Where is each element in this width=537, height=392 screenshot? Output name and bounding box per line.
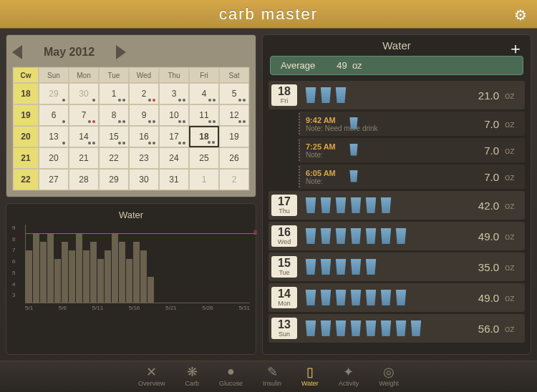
entry-amount: 7.0 (468, 171, 499, 183)
day-badge: 15Tue (271, 256, 297, 278)
tab-water[interactable]: ▯Water (301, 364, 319, 392)
calendar-day-cell[interactable]: 12 (219, 104, 249, 126)
entry-row[interactable]: 6:05 AMNote: 7.0oz (299, 165, 525, 189)
tab-carb[interactable]: ❋Carb (185, 364, 199, 392)
chart-bar (33, 233, 39, 303)
calendar-day-cell[interactable]: 2 (219, 169, 249, 190)
calendar-day-cell[interactable]: 4 (189, 83, 219, 104)
day-unit: oz (505, 90, 519, 101)
day-amount: 49.0 (468, 292, 499, 304)
next-month-button[interactable] (116, 45, 250, 59)
calendar-day-cell[interactable]: 29 (39, 83, 69, 104)
entries-list[interactable]: 18Fri21.0oz9:42 AMNote: Need more drink7… (263, 81, 531, 354)
calendar-day-cell[interactable]: 22 (99, 147, 129, 169)
calendar-day-cell[interactable]: 26 (219, 147, 249, 169)
tab-glucose[interactable]: ●Glucose (219, 364, 243, 392)
app-header: carb master ⚙ (0, 0, 537, 29)
calendar-day-cell[interactable]: 24 (159, 147, 189, 169)
calendar-day-cell[interactable]: 23 (129, 147, 159, 169)
calendar-day-cell[interactable]: 28 (69, 169, 99, 190)
chart-x-tick: 5/1 (25, 305, 33, 311)
day-amount: 21.0 (468, 89, 499, 102)
calendar-day-cell[interactable]: 1 (99, 83, 129, 104)
day-row[interactable]: 13Sun56.0oz (268, 314, 525, 343)
calendar-day-cell[interactable]: 29 (99, 169, 129, 190)
chart-goal-line (26, 233, 256, 234)
panel-title: Water (382, 39, 410, 52)
cup-icon (364, 228, 377, 244)
calendar-week-number: 22 (13, 169, 39, 190)
add-entry-button[interactable]: ＋ (508, 38, 523, 59)
calendar-day-cell[interactable]: 15 (99, 126, 129, 147)
cup-icon (319, 228, 332, 244)
calendar-day-cell[interactable]: 7 (69, 104, 99, 126)
cup-icon (349, 259, 362, 275)
cup-icon (319, 320, 332, 336)
cup-icon (364, 259, 377, 275)
calendar-day-cell[interactable]: 1 (189, 169, 219, 190)
calendar-day-cell[interactable]: 27 (39, 169, 69, 190)
overview-icon: ✕ (146, 364, 157, 380)
calendar-day-cell[interactable]: 19 (219, 126, 249, 147)
calendar-day-cell[interactable]: 16 (129, 126, 159, 147)
chart-x-tick: 5/11 (92, 305, 104, 311)
calendar-day-cell[interactable]: 18 (189, 126, 219, 147)
chart-bar (47, 233, 54, 303)
chart-bar (62, 242, 68, 303)
day-unit: oz (505, 231, 519, 242)
day-row[interactable]: 17Thu42.0oz (268, 191, 525, 220)
calendar-day-cell[interactable]: 21 (69, 147, 99, 169)
cup-icon (349, 117, 359, 129)
day-row[interactable]: 16Wed49.0oz (268, 222, 525, 250)
calendar-day-cell[interactable]: 5 (219, 83, 249, 104)
entry-row[interactable]: 9:42 AMNote: Need more drink7.0oz (299, 112, 525, 136)
tab-overview[interactable]: ✕Overview (138, 364, 165, 392)
tab-label: Glucose (219, 380, 243, 387)
chart-bars: 8 (25, 225, 250, 303)
calendar-day-cell[interactable]: 13 (39, 126, 69, 147)
cup-icon (364, 320, 377, 336)
cup-icon (334, 197, 347, 213)
chart-bar (83, 250, 90, 303)
settings-gear-icon[interactable]: ⚙ (514, 6, 527, 24)
calendar-day-cell[interactable]: 20 (39, 147, 69, 169)
entry-row[interactable]: 7:25 AMNote: 7.0oz (299, 138, 525, 162)
entry-note: Note: Need more drink (306, 124, 468, 132)
tab-weight[interactable]: ◎Weight (379, 364, 399, 392)
chart-bar (97, 259, 104, 303)
calendar-day-cell[interactable]: 25 (189, 147, 219, 169)
tab-label: Weight (379, 380, 399, 387)
tab-insulin[interactable]: ✎Insulin (263, 364, 281, 392)
calendar-day-cell[interactable]: 30 (129, 169, 159, 190)
calendar-day-cell[interactable]: 11 (189, 104, 219, 126)
tab-activity[interactable]: ✦Activity (339, 364, 359, 392)
cup-icon (334, 228, 347, 244)
day-badge: 17Thu (271, 195, 297, 216)
calendar-header-cell: Sat (219, 67, 249, 83)
average-unit: oz (352, 60, 362, 71)
day-unit: oz (505, 293, 519, 303)
day-row[interactable]: 15Tue35.0oz (268, 253, 525, 281)
day-amount: 35.0 (468, 261, 499, 273)
prev-month-button[interactable] (12, 45, 22, 59)
calendar-day-cell[interactable]: 10 (159, 104, 189, 126)
calendar-day-cell[interactable]: 6 (39, 104, 69, 126)
chart-bar (76, 233, 82, 303)
calendar-day-cell[interactable]: 30 (69, 83, 99, 104)
calendar-day-cell[interactable]: 9 (129, 104, 159, 126)
day-row[interactable]: 18Fri21.0oz (268, 81, 525, 109)
calendar-day-cell[interactable]: 3 (159, 83, 189, 104)
calendar-day-cell[interactable]: 17 (159, 126, 189, 147)
calendar-day-cell[interactable]: 14 (69, 126, 99, 147)
chart-bar (133, 242, 140, 303)
calendar-day-cell[interactable]: 2 (129, 83, 159, 104)
cup-icon (319, 197, 332, 213)
chart-y-axis: 9876543 (12, 225, 15, 303)
day-row[interactable]: 14Mon49.0oz (268, 283, 525, 312)
calendar-day-cell[interactable]: 31 (159, 169, 189, 190)
entry-time: 6:05 AM (306, 169, 460, 177)
calendar-day-cell[interactable]: 8 (99, 104, 129, 126)
cups-display (304, 320, 468, 336)
tab-label: Carb (185, 380, 199, 387)
day-amount: 56.0 (468, 323, 499, 335)
